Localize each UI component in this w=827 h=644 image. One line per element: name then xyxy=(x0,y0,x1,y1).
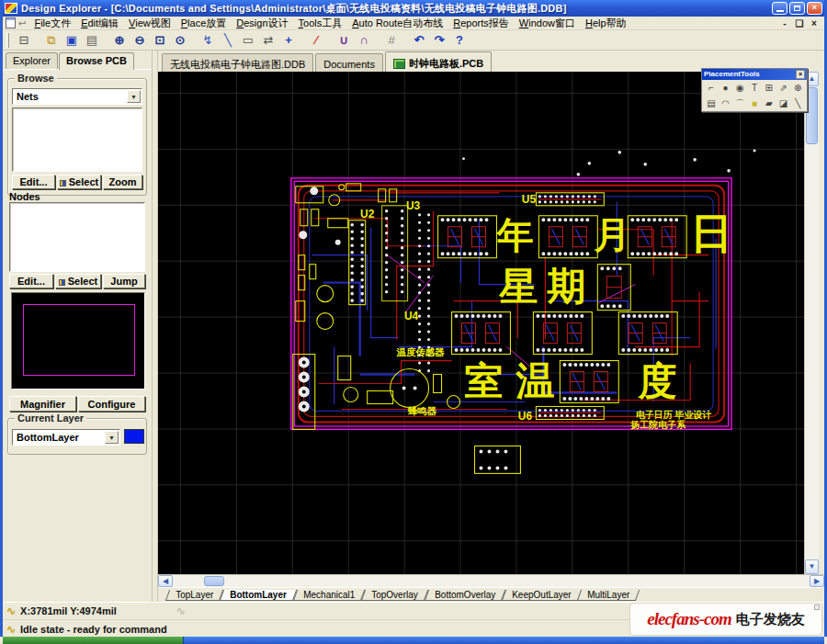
menu-item-file[interactable]: File文件 xyxy=(29,16,75,31)
place-arc-edge-icon[interactable]: ◠ xyxy=(719,96,733,110)
restore-button[interactable] xyxy=(789,2,805,15)
chevron-down-icon[interactable]: ▼ xyxy=(105,431,119,444)
palette-title-bar[interactable]: PlacementTools × xyxy=(702,69,807,80)
horizontal-scrollbar[interactable]: ◀ ▶ xyxy=(158,574,824,587)
tab-explorer[interactable]: Explorer xyxy=(6,52,58,69)
line-icon[interactable]: ╲ xyxy=(219,32,237,49)
nodes-jump-button[interactable]: Jump xyxy=(103,274,145,288)
mdi-restore-button[interactable]: ❏ xyxy=(794,18,805,28)
layer-tab-topoverlay[interactable]: TopOverlay xyxy=(361,590,428,601)
zoom-point-icon[interactable]: ⊙ xyxy=(171,32,189,49)
toolbar-grip xyxy=(6,33,9,48)
nets-edit-button[interactable]: Edit... xyxy=(12,175,55,189)
nodes-select-button[interactable]: Select xyxy=(55,274,101,288)
pcb-canvas[interactable]: 年 月 日 星期 室温 度 温度传感器 蜂鸣器 电子日历 毕业设计 扬工院电子系 xyxy=(158,72,804,574)
nodes-edit-button[interactable]: Edit... xyxy=(9,274,53,288)
place-arc-center-icon[interactable]: ⌒ xyxy=(732,96,747,110)
layer-tab-keepoutlayer[interactable]: KeepOutLayer xyxy=(502,590,582,601)
mdi-child-icon[interactable] xyxy=(6,17,16,28)
preview-board-outline xyxy=(23,304,135,376)
redo-icon[interactable]: ↷ xyxy=(430,32,448,49)
layer-tab-toplayer[interactable]: TopLayer xyxy=(165,590,224,601)
grid-toggle-icon[interactable]: # xyxy=(382,32,401,49)
menu-item-window[interactable]: Window窗口 xyxy=(515,16,580,31)
taskbar-start-fragment[interactable] xyxy=(3,637,183,644)
nets-list[interactable] xyxy=(12,107,142,172)
board-text-week: 星期 xyxy=(498,265,595,308)
current-layer-selector[interactable]: BottomLayer ▼ xyxy=(12,429,120,446)
undo-icon[interactable]: ↶ xyxy=(410,32,428,49)
highlight-pen-icon[interactable]: ∕ xyxy=(307,32,325,49)
menu-item-auto-route[interactable]: Auto Route自动布线 xyxy=(347,16,447,31)
magnifier-button[interactable]: Magnifier xyxy=(9,396,76,412)
help-icon[interactable]: ? xyxy=(450,32,469,49)
mdi-close-button[interactable]: × xyxy=(809,18,820,28)
magnifier-preview xyxy=(11,292,145,390)
zoom-in-icon[interactable]: ⊕ xyxy=(110,32,129,49)
menu-item-help[interactable]: Help帮助 xyxy=(581,16,631,31)
vertical-scrollbar[interactable]: ▲ ▼ xyxy=(804,72,819,574)
layer-tab-bar: TopLayer BottomLayer Mechanical1 TopOver… xyxy=(158,587,824,602)
pcb-doc-icon xyxy=(393,59,405,69)
chevron-down-icon[interactable]: ▼ xyxy=(127,90,141,103)
explorer-tree-icon[interactable]: ⊟ xyxy=(15,32,33,49)
close-button[interactable]: × xyxy=(807,2,822,15)
move-icon[interactable]: ⇄ xyxy=(259,32,278,49)
layer-tab-bottomoverlay[interactable]: BottomOverlay xyxy=(424,590,505,601)
print-icon[interactable]: ▤ xyxy=(83,32,101,49)
status-message: Idle state - ready for command xyxy=(20,624,167,635)
cross-icon[interactable]: + xyxy=(279,32,298,49)
wiring-icon[interactable]: ↯ xyxy=(198,32,217,49)
place-dimension-icon[interactable]: ⇗ xyxy=(776,81,791,95)
doc-tab-documents[interactable]: Documents xyxy=(315,53,383,72)
ref-u2: U2 xyxy=(360,208,375,220)
doc-tab-ddb[interactable]: 无线电投稿电子钟电路图.DDB xyxy=(162,53,313,72)
place-polygon-icon[interactable]: ▰ xyxy=(762,96,776,110)
horizontal-scroll-thumb[interactable] xyxy=(204,576,224,586)
minimize-button[interactable] xyxy=(772,2,787,15)
taskbar-fragment[interactable] xyxy=(183,637,824,644)
unroute-net-icon[interactable]: ∪ xyxy=(334,32,353,49)
place-track-icon[interactable]: ⌐ xyxy=(704,81,719,95)
doc-tab-pcb[interactable]: 时钟电路板.PCB xyxy=(385,51,492,72)
place-pad-icon[interactable]: ● xyxy=(719,81,733,95)
nets-zoom-button[interactable]: Zoom xyxy=(103,175,142,189)
menu-item-place[interactable]: Place放置 xyxy=(176,16,232,31)
place-line-icon[interactable]: ╲ xyxy=(790,96,805,110)
unroute-conn-icon[interactable]: ∩ xyxy=(355,32,373,49)
layer-tab-mechanical1[interactable]: Mechanical1 xyxy=(293,590,366,601)
zoom-out-icon[interactable]: ⊖ xyxy=(130,32,149,49)
mdi-minimize-button[interactable]: - xyxy=(779,18,790,28)
cursor-swirl-icon: ∿ xyxy=(6,604,16,617)
menu-item-edit[interactable]: Edit编辑 xyxy=(76,16,123,31)
place-fill-icon[interactable]: ▤ xyxy=(704,96,719,110)
place-origin-icon[interactable]: ⊗ xyxy=(790,81,805,95)
place-string-icon[interactable]: T xyxy=(747,81,762,95)
menu-item-design[interactable]: Design设计 xyxy=(232,16,292,31)
menu-item-reports[interactable]: Reports报告 xyxy=(448,16,514,31)
place-split-plane-icon[interactable]: ◪ xyxy=(776,96,791,110)
layer-color-swatch[interactable] xyxy=(124,429,144,444)
layer-tab-bottomlayer[interactable]: BottomLayer xyxy=(220,590,297,601)
place-component-icon[interactable]: ⊞ xyxy=(762,81,776,95)
open-folder-icon[interactable]: ⧉ xyxy=(42,32,61,49)
selection-icon[interactable]: ▭ xyxy=(239,32,257,49)
zoom-window-icon[interactable]: ⊡ xyxy=(151,32,169,49)
nodes-list[interactable] xyxy=(9,202,145,272)
layer-tab-multilayer[interactable]: MultiLayer xyxy=(577,590,640,601)
menu-item-view[interactable]: View视图 xyxy=(124,16,176,31)
save-icon[interactable]: ▣ xyxy=(62,32,81,49)
browse-selector[interactable]: Nets ▼ xyxy=(12,88,142,105)
configure-button[interactable]: Configure xyxy=(78,396,145,412)
board-text-year: 年 xyxy=(495,215,533,255)
elecfans-watermark: elecfans-com 电子发烧友 xyxy=(629,603,822,636)
menu-item-tools[interactable]: Tools工具 xyxy=(294,16,347,31)
place-via-icon[interactable]: ◉ xyxy=(732,81,747,95)
palette-close-icon[interactable]: × xyxy=(796,70,805,79)
scroll-down-icon[interactable]: ▼ xyxy=(805,559,819,574)
scroll-left-icon[interactable]: ◀ xyxy=(158,575,173,587)
nets-select-button[interactable]: Select xyxy=(57,175,101,189)
scroll-right-icon[interactable]: ▶ xyxy=(810,575,824,587)
place-rect-icon[interactable]: ■ xyxy=(747,96,762,110)
tab-browse-pcb[interactable]: Browse PCB xyxy=(59,52,134,70)
